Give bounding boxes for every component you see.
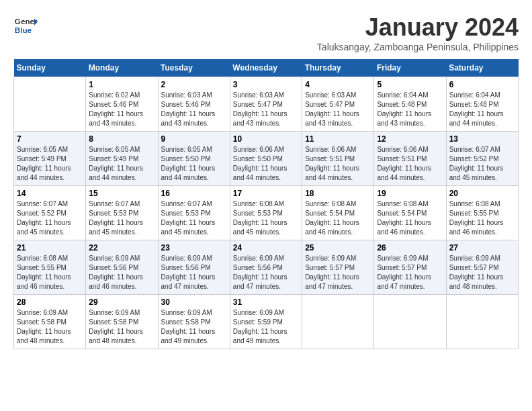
calendar-cell: 21 Sunrise: 6:08 AMSunset: 5:55 PMDaylig… [14,240,86,295]
day-number: 26 [377,243,443,253]
day-info: Sunrise: 6:04 AMSunset: 5:48 PMDaylight:… [377,91,443,128]
day-number: 20 [449,189,515,198]
calendar-cell: 22 Sunrise: 6:09 AMSunset: 5:56 PMDaylig… [86,240,158,295]
calendar-cell: 25 Sunrise: 6:09 AMSunset: 5:57 PMDaylig… [302,240,374,295]
day-info: Sunrise: 6:07 AMSunset: 5:52 PMDaylight:… [449,145,515,183]
calendar-cell [302,295,374,349]
day-number: 5 [377,80,443,89]
calendar-cell: 3 Sunrise: 6:03 AMSunset: 5:47 PMDayligh… [230,77,302,132]
day-number: 8 [89,134,154,144]
day-number: 19 [377,189,443,198]
day-info: Sunrise: 6:06 AMSunset: 5:51 PMDaylight:… [377,145,443,183]
logo: General Blue [13,13,38,38]
day-info: Sunrise: 6:05 AMSunset: 5:50 PMDaylight:… [161,145,227,183]
calendar-cell: 18 Sunrise: 6:08 AMSunset: 5:54 PMDaylig… [302,186,374,240]
col-thursday: Thursday [302,59,374,77]
day-info: Sunrise: 6:09 AMSunset: 5:58 PMDaylight:… [161,308,227,346]
day-number: 27 [449,243,515,253]
calendar-table: Sunday Monday Tuesday Wednesday Thursday… [13,59,519,349]
day-number: 7 [17,134,83,144]
calendar-cell: 16 Sunrise: 6:07 AMSunset: 5:53 PMDaylig… [158,186,230,240]
day-number: 29 [89,298,154,307]
day-number: 23 [161,243,227,253]
day-number: 21 [17,243,83,253]
day-info: Sunrise: 6:09 AMSunset: 5:58 PMDaylight:… [17,308,83,346]
calendar-cell: 26 Sunrise: 6:09 AMSunset: 5:57 PMDaylig… [374,240,446,295]
day-number: 31 [233,298,299,307]
calendar-cell: 27 Sunrise: 6:09 AMSunset: 5:57 PMDaylig… [446,240,518,295]
svg-text:Blue: Blue [15,26,32,34]
calendar-cell: 24 Sunrise: 6:09 AMSunset: 5:56 PMDaylig… [230,240,302,295]
day-number: 3 [233,80,299,89]
day-info: Sunrise: 6:05 AMSunset: 5:49 PMDaylight:… [17,145,83,183]
day-number: 9 [161,134,227,144]
calendar-cell [14,77,86,132]
day-number: 4 [305,80,371,89]
col-sunday: Sunday [14,59,86,77]
day-info: Sunrise: 6:07 AMSunset: 5:52 PMDaylight:… [17,199,83,237]
day-info: Sunrise: 6:02 AMSunset: 5:46 PMDaylight:… [89,91,154,128]
day-number: 12 [377,134,443,144]
day-number: 1 [89,80,154,89]
calendar-row-1: 1 Sunrise: 6:02 AMSunset: 5:46 PMDayligh… [14,77,519,132]
day-number: 17 [233,189,299,198]
day-info: Sunrise: 6:07 AMSunset: 5:53 PMDaylight:… [161,199,227,237]
day-number: 15 [89,189,154,198]
location-title: Taluksangay, Zamboanga Peninsula, Philip… [317,42,519,52]
calendar-row-2: 7 Sunrise: 6:05 AMSunset: 5:49 PMDayligh… [14,132,519,186]
day-info: Sunrise: 6:09 AMSunset: 5:57 PMDaylight:… [449,254,515,291]
calendar-cell: 7 Sunrise: 6:05 AMSunset: 5:49 PMDayligh… [14,132,86,186]
logo-icon: General Blue [13,13,38,38]
calendar-cell: 11 Sunrise: 6:06 AMSunset: 5:51 PMDaylig… [302,132,374,186]
day-number: 13 [449,134,515,144]
day-info: Sunrise: 6:04 AMSunset: 5:48 PMDaylight:… [449,91,515,128]
day-info: Sunrise: 6:09 AMSunset: 5:57 PMDaylight:… [305,254,371,291]
calendar-cell: 4 Sunrise: 6:03 AMSunset: 5:47 PMDayligh… [302,77,374,132]
day-info: Sunrise: 6:09 AMSunset: 5:57 PMDaylight:… [377,254,443,291]
day-number: 28 [17,298,83,307]
day-info: Sunrise: 6:09 AMSunset: 5:56 PMDaylight:… [161,254,227,291]
day-info: Sunrise: 6:06 AMSunset: 5:51 PMDaylight:… [305,145,371,183]
calendar-cell: 15 Sunrise: 6:07 AMSunset: 5:53 PMDaylig… [86,186,158,240]
calendar-cell: 8 Sunrise: 6:05 AMSunset: 5:49 PMDayligh… [86,132,158,186]
day-info: Sunrise: 6:08 AMSunset: 5:55 PMDaylight:… [17,254,83,291]
day-number: 6 [449,80,515,89]
calendar-cell: 13 Sunrise: 6:07 AMSunset: 5:52 PMDaylig… [446,132,518,186]
calendar-cell: 1 Sunrise: 6:02 AMSunset: 5:46 PMDayligh… [86,77,158,132]
calendar-cell: 17 Sunrise: 6:08 AMSunset: 5:53 PMDaylig… [230,186,302,240]
day-info: Sunrise: 6:09 AMSunset: 5:56 PMDaylight:… [233,254,299,291]
month-title: January 2024 [317,13,519,42]
calendar-cell: 9 Sunrise: 6:05 AMSunset: 5:50 PMDayligh… [158,132,230,186]
calendar-cell: 2 Sunrise: 6:03 AMSunset: 5:46 PMDayligh… [158,77,230,132]
day-info: Sunrise: 6:08 AMSunset: 5:55 PMDaylight:… [449,199,515,237]
day-info: Sunrise: 6:08 AMSunset: 5:53 PMDaylight:… [233,199,299,237]
day-info: Sunrise: 6:05 AMSunset: 5:49 PMDaylight:… [89,145,154,183]
day-number: 10 [233,134,299,144]
day-number: 24 [233,243,299,253]
col-wednesday: Wednesday [230,59,302,77]
day-number: 30 [161,298,227,307]
day-info: Sunrise: 6:03 AMSunset: 5:46 PMDaylight:… [161,91,227,128]
calendar-cell: 19 Sunrise: 6:08 AMSunset: 5:54 PMDaylig… [374,186,446,240]
calendar-cell: 10 Sunrise: 6:06 AMSunset: 5:50 PMDaylig… [230,132,302,186]
page-header: General Blue January 2024 Taluksangay, Z… [13,13,519,52]
day-info: Sunrise: 6:08 AMSunset: 5:54 PMDaylight:… [305,199,371,237]
day-number: 22 [89,243,154,253]
title-section: January 2024 Taluksangay, Zamboanga Peni… [317,13,519,52]
calendar-cell: 23 Sunrise: 6:09 AMSunset: 5:56 PMDaylig… [158,240,230,295]
day-number: 2 [161,80,227,89]
col-saturday: Saturday [446,59,518,77]
col-tuesday: Tuesday [158,59,230,77]
day-info: Sunrise: 6:06 AMSunset: 5:50 PMDaylight:… [233,145,299,183]
day-info: Sunrise: 6:07 AMSunset: 5:53 PMDaylight:… [89,199,154,237]
calendar-row-4: 21 Sunrise: 6:08 AMSunset: 5:55 PMDaylig… [14,240,519,295]
calendar-cell: 20 Sunrise: 6:08 AMSunset: 5:55 PMDaylig… [446,186,518,240]
day-number: 18 [305,189,371,198]
calendar-cell: 28 Sunrise: 6:09 AMSunset: 5:58 PMDaylig… [14,295,86,349]
day-info: Sunrise: 6:03 AMSunset: 5:47 PMDaylight:… [233,91,299,128]
day-info: Sunrise: 6:09 AMSunset: 5:58 PMDaylight:… [89,308,154,346]
calendar-cell: 29 Sunrise: 6:09 AMSunset: 5:58 PMDaylig… [86,295,158,349]
day-info: Sunrise: 6:03 AMSunset: 5:47 PMDaylight:… [305,91,371,128]
calendar-row-5: 28 Sunrise: 6:09 AMSunset: 5:58 PMDaylig… [14,295,519,349]
day-info: Sunrise: 6:09 AMSunset: 5:59 PMDaylight:… [233,308,299,346]
